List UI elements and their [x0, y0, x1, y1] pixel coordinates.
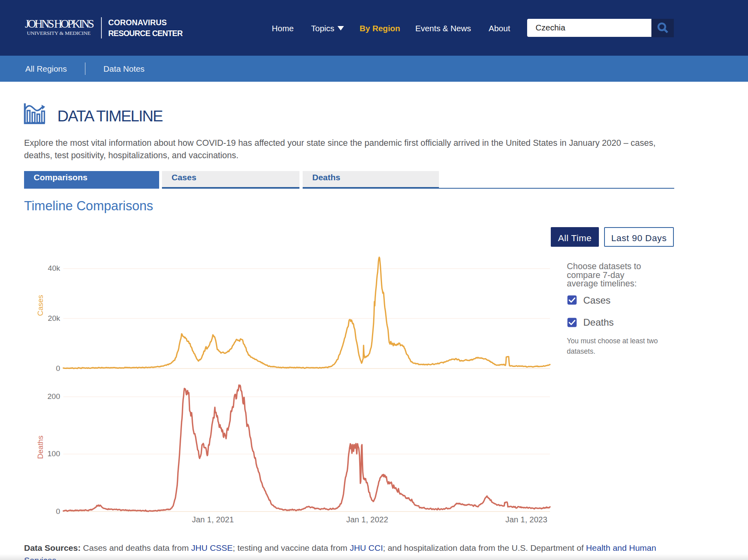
- svg-text:Cases: Cases: [36, 295, 44, 316]
- svg-text:Deaths: Deaths: [36, 435, 44, 459]
